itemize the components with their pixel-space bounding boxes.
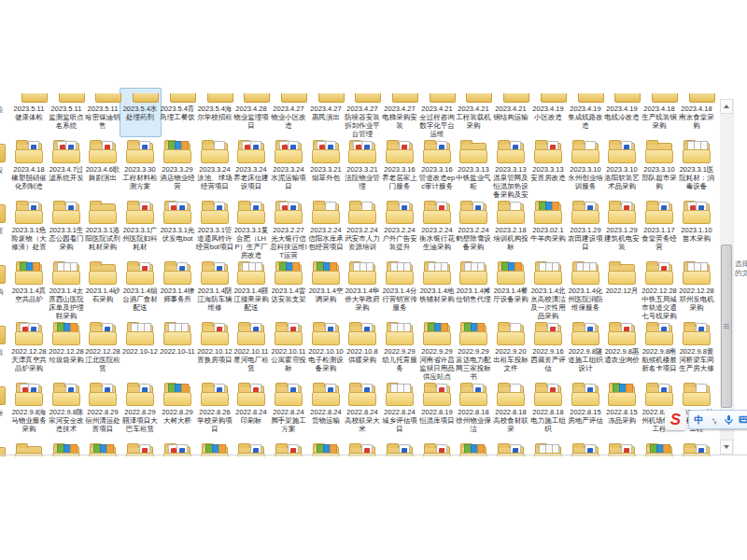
folder-icon [201,201,229,224]
folder-icon [608,140,636,163]
sogou-logo-icon[interactable]: S [665,409,686,430]
vertical-scrollbar[interactable] [720,99,733,455]
folder-icon [683,383,711,406]
folder-icon [497,201,525,224]
cut-folder-label-fragment: 租 [0,348,6,357]
folder-label: 2022.8.18 电力施工组织 [529,408,568,433]
folder-icon [201,383,229,406]
folder-icon [423,383,451,406]
folder-label: 2023.3.29 酒店物业经营 [158,165,197,190]
folder-icon [15,79,43,103]
folder-label: 2022.8.19 恒温库项目 [417,408,457,425]
folder-icon [459,140,487,163]
ime-mode-chinese-button[interactable]: 中 [694,413,704,426]
folder-label: 2023.3.16 养老居家上门服务 [380,165,419,190]
folder-label: 2023.1.4阴江海防车辆维修 [195,287,234,312]
folder-label: 2023.1.4分行营销宣传服务 [380,287,419,312]
folder-label: 2023.2.24 武安市人力资源培训 [343,226,382,251]
folder-icon [163,322,191,345]
folder-icon [348,201,376,224]
folder-icon [126,140,154,163]
folder-icon [459,322,487,345]
folder-label: 2023.4.18 南京食堂采购 [677,105,716,130]
folder-icon [645,140,673,163]
folder-label: 2023.1.4餐厅设备采购 [491,287,530,303]
folder-label: 2022.8.15 冻品采购 [602,408,641,425]
folder-icon [386,201,414,224]
folder-label: 2022.9.20 出租车投标文件 [491,347,530,372]
folder-icon [348,140,376,163]
folder-label: 2022.8.15 房地产评估 [566,408,605,425]
folder-label: 2023.1.4真空共晶炉 [9,287,49,303]
folder-label: 2022.8.24 印刷标 [232,408,271,425]
folder-icon [497,140,525,163]
folder-icon [608,261,636,285]
folder-icon [386,322,414,345]
folder-icon [275,261,303,285]
folder-label: 2023.3.13 中铁盐业气柜 [454,165,493,190]
folder-label: 2022.10-12 [120,347,160,356]
folder-icon [348,261,376,285]
folder-label: 2022.8.29 丽泽项目大巴车租赁 [120,408,160,433]
keyboard-icon[interactable] [739,413,747,426]
scrollbar-thumb[interactable] [721,245,732,408]
folder-label: 2022.9.16 西藏资产评估 [529,347,568,372]
cut-folder-icon [0,326,6,344]
folder-label: 2023.4.21 工程装载机采购 [454,105,493,130]
scroll-up-button[interactable] [720,99,733,114]
folder-label: 2022.8.18 徐州物业保洁 [454,408,493,433]
folder-label: 2023.3.24 水泥运输项目 [269,165,308,190]
microphone-icon[interactable] [724,413,734,426]
folder-label: 2023.1.4化州医院消防维保服务 [566,287,605,312]
ime-toolbar-strip[interactable]: 中 ·, [688,410,747,429]
folder-label: 2023.3.1医院耗材：消毒设备 [677,165,716,190]
folder-icon [645,261,673,285]
folder-icon [237,261,265,285]
folder-icon [571,322,599,345]
folder-icon [275,322,303,345]
folder-label: 2022.9.8陈家河安全改造技术 [47,408,86,433]
folder-icon [275,79,303,103]
cut-folder-icon [0,144,6,162]
folder-icon [89,79,117,103]
folder-label: 2023.1.4砂石采购 [83,287,122,303]
preview-hint-line2: 的文 [735,269,747,278]
folder-label: 2022.12.28 天津真空共晶炉采购 [9,347,49,372]
folder-icon [126,261,154,285]
folder-icon [237,322,265,345]
folder-label: 2023.2.24 衡水银行花生油采购 [417,226,457,251]
folder-label: 2022.10.10 电子检测设备采购 [306,347,345,372]
folder-icon [534,383,562,406]
folder-label: 2023.4.19 电线冷改造 [602,105,641,121]
folder-label: 2023.3.1危险废物（大修渣）处置 [9,226,49,251]
window-bottom-border [0,455,747,455]
folder-icon [15,140,43,163]
folder-label: 2022.8.24 货物运输 [306,408,345,425]
ime-language-bar[interactable]: S 中 ·, [665,409,747,430]
folder-icon [459,383,487,406]
folder-label: 2023.2.24 户外广告安装提升 [380,226,419,251]
scroll-down-button[interactable] [720,440,733,455]
folder-icon [683,201,711,224]
folder-label: 2022.12.28 郑州发电机采购 [677,287,716,312]
folder-icon [52,261,80,285]
folder-icon [163,201,191,224]
folder-label: 2022.9.8黄河桥梁车间生产房大修 [677,347,716,372]
folder-icon [163,383,191,406]
punctuation-icon[interactable]: ·, [709,413,719,426]
folder-label: 2023.5.11 健康体检 [9,105,49,121]
triangle-up-icon [724,105,729,108]
folder-label: 2023.5.4海尔学校招租 [195,105,234,121]
folder-label: 2022.9.8海马物业服务采购 [9,408,49,433]
folder-label: 2023.5.11 监测监听点名系统 [47,105,86,130]
cut-folder-label-fragment: 购 [0,287,6,296]
folder-label: 2022.8.24 高校联采大米 [343,408,382,433]
folder-label: 2022.12.28 垃圾袋采购 [47,347,86,364]
folder-icon [348,383,376,406]
folder-icon [312,383,340,406]
folder-icon [15,383,43,406]
folder-label: 2022.10-11 [158,347,197,356]
folder-label: 2023.2.24 鹤壁除雪设备采购 [454,226,493,251]
preview-hint-line1: 选择 [735,259,747,269]
folder-label: 2023.2.27 光大银行信息科技运维IT运营 [269,226,308,259]
